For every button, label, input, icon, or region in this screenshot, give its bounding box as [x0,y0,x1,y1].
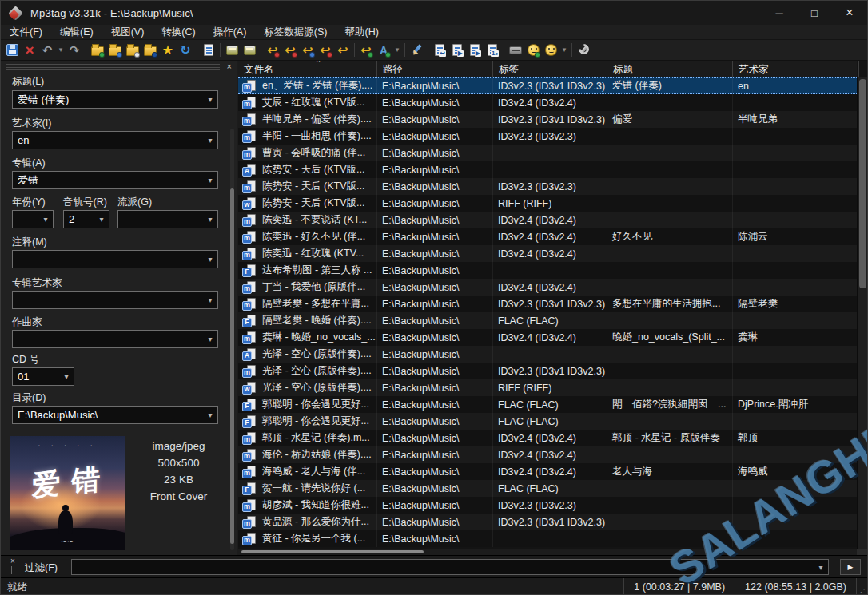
websource-dropdown-icon[interactable]: ▾ [559,42,569,59]
file-row[interactable]: m黄征 - 你是另一个我 (...E:\Backup\Music\ [238,530,857,547]
composer-combo[interactable]: ▾ [12,330,218,348]
chevron-down-icon[interactable]: ▾ [203,411,217,419]
file-row[interactable]: m陈奕迅 - 好久不见 (伴...E:\Backup\Music\ID3v2.4… [238,228,857,245]
comment-combo[interactable]: ▾ [12,250,218,268]
convert-tag-filename-icon[interactable]: ↩ [264,42,281,59]
file-row[interactable]: m海鸣威 - 老人与海 (伴...E:\Backup\Music\ID3v2.4… [238,463,857,480]
chevron-down-icon[interactable]: ▾ [203,296,217,304]
add-directory-icon[interactable] [106,42,124,59]
file-row[interactable]: m光泽 - 空心 (原版伴奏)....E:\Backup\Music\ID3v2… [238,363,857,379]
genre-combo[interactable]: ▾ [117,210,218,228]
horizontal-scrollbar[interactable] [238,549,857,555]
favorite-directory-icon[interactable] [141,42,159,59]
vertical-scrollbar[interactable] [857,77,867,549]
close-button[interactable]: × [832,1,867,25]
chevron-down-icon[interactable]: ▾ [203,136,217,145]
convert-filename-tag-icon[interactable]: ↩ [281,42,299,59]
file-row[interactable]: A陈势安 - 天后 (KTV版...E:\Backup\Music\ [238,161,857,178]
case-dropdown-icon[interactable]: ▾ [392,42,402,59]
websource-fetch-icon[interactable] [524,42,542,59]
file-row[interactable]: men、爱错 - 爱错 (伴奏)....E:\Backup\Music\ID3v… [238,77,857,94]
column-header-4[interactable]: 艺术家 [733,61,859,77]
playlist-directory-icon[interactable] [124,42,141,59]
file-row[interactable]: m隔壁老樊 - 多想在平庸...E:\Backup\Music\ID3v2.3 … [238,296,857,312]
menu-item-6[interactable]: 帮助(H) [336,25,388,39]
panel-grip[interactable] [6,64,220,70]
file-row[interactable]: m曹寅 - 会呼吸的痛 (伴...E:\Backup\Music\ [238,145,857,161]
file-row[interactable]: m海伦 - 桥边姑娘 (伴奏)....E:\Backup\Music\ID3v2… [238,446,857,463]
file-row[interactable]: m龚琳 - 晚婚_no_vocals_...E:\Backup\Music\ID… [238,329,857,346]
remove-tag-doc-icon[interactable]: ↩ [431,42,448,59]
chevron-down-icon[interactable]: ▾ [38,215,53,224]
file-row[interactable]: m陈势安 - 天后 (KTV版...E:\Backup\Music\ID3v2.… [238,178,857,195]
refresh-icon[interactable]: ↻ [177,42,194,59]
track-combo[interactable]: 2▾ [63,210,109,228]
file-row[interactable]: m郭顶 - 水星记 (伴奏).m...E:\Backup\Music\ID3v2… [238,430,857,446]
favorites-star-icon[interactable]: ★ [159,42,177,59]
playlist-icon[interactable]: ▶ [448,42,466,59]
column-header-3[interactable]: 标题 [607,61,733,77]
menu-item-3[interactable]: 转换(C) [153,25,204,39]
artist-combo[interactable]: en▾ [12,131,218,149]
undo-dropdown-icon[interactable]: ▾ [56,42,66,59]
load-config-icon[interactable] [241,42,258,59]
file-row[interactable]: m半吨兄弟 - 偏爱 (伴奏)....E:\Backup\Music\ID3v2… [238,111,857,128]
menu-item-1[interactable]: 编辑(E) [51,25,102,39]
options-wrench-icon[interactable] [575,42,592,59]
chevron-down-icon[interactable]: ▾ [59,372,74,381]
playlist-all-icon[interactable]: ▶ [466,42,484,59]
menu-item-4[interactable]: 操作(A) [205,25,256,39]
menu-item-5[interactable]: 标签数据源(S) [255,25,336,39]
menu-item-2[interactable]: 视图(V) [102,25,153,39]
tracknumber-doc-icon[interactable]: 1₂ [484,42,501,59]
file-row[interactable]: m陈奕迅 - 红玫瑰 (KTV...E:\Backup\Music\ID3v2.… [238,245,857,262]
column-header-2[interactable]: 标签 [493,61,607,77]
album-combo[interactable]: 爱错▾ [12,171,218,189]
compare-icon[interactable] [507,42,524,59]
chevron-down-icon[interactable]: ▾ [203,255,217,264]
convert-textfile-tag-icon[interactable]: ↩ [317,42,334,59]
disc-number-combo[interactable]: 01▾ [12,367,74,386]
chevron-down-icon[interactable]: ▾ [203,335,217,343]
vertical-scrollbar-thumb[interactable] [859,79,866,288]
change-directory-icon[interactable] [89,42,106,59]
convert-actions-icon[interactable]: ↩ [334,42,352,59]
file-row[interactable]: m艾辰 - 红玫瑰 (KTV版...E:\Backup\Music\ID3v2.… [238,94,857,111]
file-row[interactable]: w光泽 - 空心 (原版伴奏)....E:\Backup\Music\RIFF … [238,379,857,396]
file-row[interactable]: m黄品源 - 那么爱你为什...E:\Backup\Music\ID3v2.3 … [238,514,857,530]
directory-combo[interactable]: E:\Backup\Music\▾ [12,406,218,424]
resize-grip[interactable] [856,578,867,595]
panel-close-icon[interactable]: × [227,62,232,71]
file-row[interactable]: F达布希勒图 - 第三人称 ...E:\Backup\Music\ [238,262,857,279]
file-row[interactable]: w陈势安 - 天后 (KTV版...E:\Backup\Music\RIFF (… [238,195,857,212]
convert-filename-filename-icon[interactable]: ↩ [299,42,317,59]
column-header-0[interactable]: 文件名^ [238,61,377,77]
filter-input[interactable]: ▾ [71,559,829,575]
case-conversion-icon[interactable]: A [375,42,392,59]
remove-tag-icon[interactable]: × [21,42,38,59]
filter-close-icon[interactable]: × [10,557,15,565]
menu-item-0[interactable]: 文件(F) [1,25,51,39]
album-cover[interactable]: · · · · · 爱错 〜〜 [10,436,125,550]
file-row[interactable]: F隔壁老樊 - 晚婚 (伴奏)....E:\Backup\Music\FLAC … [238,312,857,329]
file-row[interactable]: F郭聪明 - 你会遇见更好...E:\Backup\Music\FLAC (FL… [238,396,857,413]
edit-tag-icon[interactable] [408,42,425,59]
save-config-icon[interactable] [223,42,241,59]
file-row[interactable]: m丁当 - 我爱他 (原版伴...E:\Backup\Music\ID3v2.4… [238,279,857,296]
undo-icon[interactable]: ↶ [38,42,56,59]
websource-icon[interactable] [542,42,559,59]
file-row[interactable]: m胡彦斌 - 我知道你很难...E:\Backup\Music\ID3v2.3 … [238,497,857,514]
filter-grip[interactable] [11,566,14,574]
album-artist-combo[interactable]: ▾ [12,291,218,309]
chevron-down-icon[interactable]: ▾ [203,176,217,184]
chevron-down-icon[interactable]: ▾ [203,95,217,104]
save-tag-icon[interactable] [3,42,21,59]
chevron-down-icon[interactable]: ▾ [814,563,828,572]
year-combo[interactable]: ▾ [12,210,54,228]
file-row[interactable]: F贺一航 - 请先说你好 (...E:\Backup\Music\FLAC (F… [238,480,857,497]
file-row[interactable]: A光泽 - 空心 (原版伴奏)....E:\Backup\Music\ [238,346,857,363]
file-row[interactable]: m陈奕迅 - 不要说话 (KT...E:\Backup\Music\ID3v2.… [238,212,857,228]
maximize-button[interactable]: □ [797,1,832,25]
tag-panel-scrollbar[interactable] [230,129,234,550]
chevron-down-icon[interactable]: ▾ [203,215,217,224]
